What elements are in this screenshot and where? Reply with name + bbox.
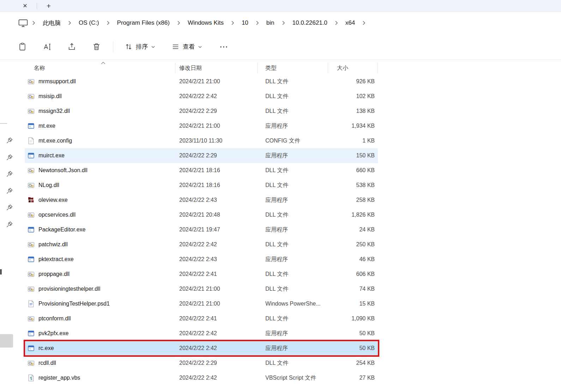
chevron-right-icon[interactable]	[65, 20, 74, 25]
pinned-item[interactable]	[6, 170, 14, 178]
breadcrumb-item[interactable]: 此电脑	[38, 17, 65, 29]
table-row[interactable]: rcdll.dll2024/2/22 2:29DLL 文件254 KB	[25, 356, 378, 370]
share-button[interactable]	[64, 39, 80, 55]
file-name-cell: msisip.dll	[25, 93, 175, 100]
table-row[interactable]: mt.exe.config2023/11/10 11:30CONFIG 文件1 …	[25, 133, 378, 148]
rename-button[interactable]	[39, 39, 55, 55]
file-name-cell: muirct.exe	[25, 152, 175, 159]
file-name-cell: PackageEditor.exe	[25, 226, 175, 233]
file-date: 2024/2/22 2:42	[175, 93, 258, 99]
breadcrumb: 此电脑OS (C:)Program Files (x86)Windows Kit…	[0, 12, 561, 34]
column-header-type[interactable]: 类型	[258, 63, 328, 73]
pinned-item[interactable]	[6, 221, 14, 229]
more-options-button[interactable]	[216, 39, 232, 55]
table-row[interactable]: rc.exe2024/2/22 2:42应用程序50 KB	[25, 341, 378, 356]
file-size: 606 KB	[328, 271, 378, 277]
computer-icon	[18, 19, 28, 27]
table-row[interactable]: mt.exe2024/2/21 21:00应用程序1,934 KB	[25, 119, 378, 133]
table-row[interactable]: pvk2pfx.exe2024/2/22 2:42应用程序50 KB	[25, 326, 378, 341]
table-row[interactable]: provisioningtesthelper.dll2024/2/21 21:0…	[25, 282, 378, 296]
chevron-right-icon[interactable]	[279, 20, 288, 25]
close-tab-button[interactable]: ✕	[20, 0, 30, 12]
file-date: 2024/2/21 21:00	[175, 301, 258, 307]
file-name: register_app.vbs	[38, 375, 80, 381]
table-row[interactable]: proppage.dll2024/2/22 2:41DLL 文件606 KB	[25, 267, 378, 282]
dll-icon	[28, 93, 35, 100]
chevron-right-icon[interactable]	[29, 20, 38, 25]
table-row[interactable]: mrmsupport.dll2024/2/21 21:00DLL 文件926 K…	[25, 74, 378, 89]
exe-icon	[28, 226, 35, 233]
dll-icon	[28, 271, 35, 278]
file-date: 2024/2/22 2:42	[175, 241, 258, 248]
file-size: 254 KB	[328, 360, 378, 366]
table-row[interactable]: muirct.exe2024/2/22 2:29应用程序150 KB	[25, 148, 378, 163]
view-label: 查看	[183, 43, 195, 51]
chevron-right-icon[interactable]	[228, 20, 237, 25]
file-name-cell: ptconform.dll	[25, 315, 175, 322]
file-type: CONFIG 文件	[258, 137, 328, 145]
column-header-date[interactable]: 修改日期	[175, 63, 258, 73]
column-header-size[interactable]: 大小	[328, 63, 378, 73]
pinned-item[interactable]	[6, 204, 14, 212]
breadcrumb-item[interactable]: Windows Kits	[183, 17, 228, 29]
pinned-item[interactable]	[6, 187, 14, 195]
file-type: 应用程序	[258, 256, 328, 263]
chevron-right-icon[interactable]	[360, 20, 368, 25]
file-type: 应用程序	[258, 197, 328, 204]
this-pc-button[interactable]	[18, 19, 28, 27]
dll-icon	[28, 241, 35, 248]
file-name: rcdll.dll	[38, 360, 56, 366]
breadcrumb-item[interactable]: bin	[262, 17, 279, 29]
file-size: 150 KB	[328, 152, 378, 159]
delete-button[interactable]	[88, 39, 104, 55]
file-size: 250 KB	[328, 241, 378, 248]
column-header-size-label: 大小	[337, 65, 348, 72]
file-size: 258 KB	[328, 197, 378, 203]
sort-label: 排序	[136, 43, 148, 51]
view-button[interactable]: 查看	[167, 39, 207, 55]
file-name: mt.exe.config	[38, 138, 72, 144]
table-row[interactable]: register_app.vbs2024/2/22 2:42VBScript S…	[25, 370, 378, 385]
breadcrumb-item[interactable]: x64	[341, 17, 360, 29]
file-type: DLL 文件	[258, 285, 328, 293]
file-date: 2024/2/22 2:41	[175, 271, 258, 277]
chevron-right-icon[interactable]	[104, 20, 113, 25]
file-date: 2024/2/22 2:42	[175, 345, 258, 351]
table-row[interactable]: ProvisioningTestHelper.psd12024/2/21 21:…	[25, 296, 378, 311]
sort-button[interactable]: 排序	[120, 39, 160, 55]
file-type: DLL 文件	[258, 182, 328, 189]
file-icon	[28, 137, 35, 144]
file-type: 应用程序	[258, 330, 328, 337]
table-row[interactable]: oleview.exe2024/2/22 2:43应用程序258 KB	[25, 193, 378, 207]
dll-icon	[28, 315, 35, 322]
breadcrumb-item[interactable]: 10	[237, 17, 253, 29]
dll-icon	[28, 211, 35, 218]
pinned-item[interactable]	[6, 154, 14, 162]
chevron-right-icon[interactable]	[174, 20, 183, 25]
pinned-item[interactable]	[6, 137, 14, 145]
table-row[interactable]: patchwiz.dll2024/2/22 2:42DLL 文件250 KB	[25, 237, 378, 252]
table-row[interactable]: pktextract.exe2024/2/22 2:43应用程序46 KB	[25, 252, 378, 267]
table-row[interactable]: PackageEditor.exe2024/2/21 19:47应用程序24 K…	[25, 222, 378, 237]
dll-icon	[28, 285, 35, 293]
file-type: VBScript Script 文件	[258, 374, 328, 382]
file-name-cell: mssign32.dll	[25, 108, 175, 115]
table-row[interactable]: ptconform.dll2024/2/22 2:41DLL 文件1,090 K…	[25, 311, 378, 326]
paste-button[interactable]	[14, 39, 30, 55]
column-header-name[interactable]: 名称	[25, 63, 175, 73]
chevron-down-icon	[151, 46, 155, 48]
table-row[interactable]: Newtonsoft.Json.dll2024/2/21 18:16DLL 文件…	[25, 163, 378, 178]
table-row[interactable]: msisip.dll2024/2/22 2:42DLL 文件102 KB	[25, 89, 378, 104]
chevron-right-icon[interactable]	[253, 20, 262, 25]
new-tab-button[interactable]: +	[43, 0, 54, 12]
breadcrumb-item[interactable]: OS (C:)	[74, 17, 104, 29]
table-row[interactable]: NLog.dll2024/2/21 18:16DLL 文件538 KB	[25, 178, 378, 193]
breadcrumb-item[interactable]: Program Files (x86)	[113, 17, 174, 29]
breadcrumb-item[interactable]: 10.0.22621.0	[288, 17, 332, 29]
table-row[interactable]: opcservices.dll2024/2/21 20:48DLL 文件1,82…	[25, 207, 378, 222]
file-type: 应用程序	[258, 122, 328, 130]
nav-rail-scroll-thumb[interactable]	[0, 334, 13, 348]
column-header-row: 名称 修改日期 类型 大小	[25, 63, 378, 74]
chevron-right-icon[interactable]	[332, 20, 341, 25]
table-row[interactable]: mssign32.dll2024/2/22 2:29DLL 文件138 KB	[25, 104, 378, 119]
